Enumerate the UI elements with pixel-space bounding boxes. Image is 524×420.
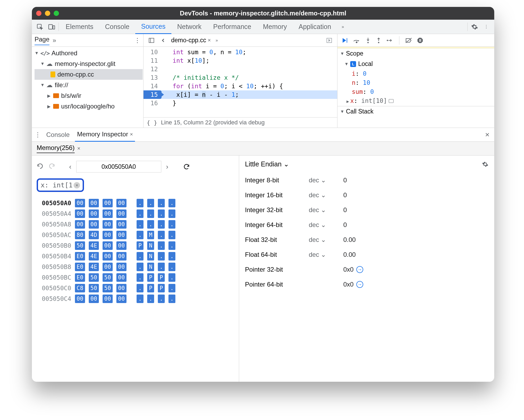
format-select[interactable]: dec ⌄	[309, 206, 343, 214]
format-select[interactable]: dec ⌄	[309, 221, 343, 229]
inspect-element-icon[interactable]	[34, 21, 46, 33]
callstack-section-header[interactable]: ▼Call Stack	[337, 106, 494, 117]
resume-button-icon[interactable]	[341, 37, 348, 44]
run-snippet-icon[interactable]	[323, 35, 335, 46]
code-line[interactable]: 13 /* initialize x */	[143, 73, 337, 82]
hex-row[interactable]: 005050A800000000....	[37, 220, 234, 229]
format-select[interactable]: dec ⌄	[309, 236, 343, 243]
scope-variable[interactable]: n: 10	[352, 78, 494, 87]
hex-row[interactable]: 005050BCE0505000.PP.	[37, 273, 234, 282]
object-highlight-chip[interactable]: x: int[1×	[37, 178, 84, 192]
hex-row[interactable]: 005050B8E04E0000.N..	[37, 263, 234, 271]
memory-buffer-tab[interactable]: Memory(256)	[37, 144, 75, 153]
history-back-icon[interactable]	[37, 163, 44, 170]
chevron-down-icon: ⌄	[284, 160, 289, 168]
close-tab-icon[interactable]: ×	[208, 37, 211, 43]
step-out-icon[interactable]	[376, 37, 382, 44]
drawer-tab-console[interactable]: Console	[44, 128, 72, 142]
code-line[interactable]: 11 int x[10];	[143, 56, 337, 65]
tab-sources[interactable]: Sources	[135, 20, 171, 34]
format-select[interactable]: dec ⌄	[309, 177, 343, 184]
format-select[interactable]: dec ⌄	[309, 191, 343, 199]
history-forward-icon[interactable]	[48, 163, 55, 170]
chevron-down-icon: ⌄	[321, 177, 326, 184]
reveal-in-memory-icon[interactable]	[389, 99, 394, 103]
chevron-down-icon: ⌄	[321, 251, 326, 258]
chevron-down-icon: ⌄	[321, 236, 326, 243]
code-line[interactable]: 12	[143, 65, 337, 73]
tab-performance[interactable]: Performance	[207, 20, 257, 34]
tree-folder-1[interactable]: ▶b/s/w/ir	[35, 90, 143, 101]
close-drawer-tab-icon[interactable]: ×	[130, 131, 133, 137]
endianness-select[interactable]: Little Endian ⌄	[245, 160, 289, 168]
chevron-down-icon: ⌄	[321, 221, 326, 229]
more-editor-tabs-icon[interactable]: »	[213, 38, 221, 43]
hex-row[interactable]: 005050B4E04E0000.N..	[37, 252, 234, 261]
pretty-print-icon[interactable]: { }	[147, 119, 157, 126]
toggle-navigator-icon[interactable]	[146, 35, 157, 46]
tab-application[interactable]: Application	[293, 20, 337, 34]
deactivate-breakpoints-icon[interactable]	[405, 37, 412, 43]
editor-pane: demo-cpp.cc× » 10 int sum = 0, n = 10;11…	[143, 34, 337, 128]
navigator-menu-icon[interactable]: ⋮	[134, 37, 141, 44]
hex-row[interactable]: 005050AC804D0000.M..	[37, 231, 234, 239]
hex-row[interactable]: 005050A000000000....	[37, 199, 234, 207]
step-into-icon[interactable]	[365, 37, 371, 44]
code-line[interactable]: 16 }	[143, 99, 337, 107]
tree-host[interactable]: ▼memory-inspector.glit	[35, 58, 143, 69]
code-line[interactable]: 14 for (int i = 0; i < 10; ++i) {	[143, 82, 337, 90]
step-over-icon[interactable]	[353, 37, 360, 43]
more-tabs-icon[interactable]: »	[337, 21, 349, 33]
svg-point-7	[356, 42, 357, 43]
kebab-menu-icon[interactable]: ⋮	[480, 21, 492, 33]
tree-authored[interactable]: ▼Authored	[35, 48, 143, 58]
scope-variable[interactable]: ▶x: int[10]	[352, 96, 494, 106]
code-line[interactable]: 15 x[i] = n - i - 1;	[143, 90, 337, 99]
scope-variable[interactable]: sum: 0	[352, 87, 494, 96]
close-drawer-icon[interactable]: ×	[483, 131, 492, 139]
more-navigator-tabs-icon[interactable]: »	[53, 37, 56, 44]
value-row: Pointer 32-bit0x0→	[245, 262, 488, 277]
scope-variable[interactable]: i: 0	[352, 69, 494, 78]
jump-to-address-icon[interactable]: →	[356, 266, 363, 273]
value-row: Pointer 64-bit0x0→	[245, 277, 488, 292]
navigator-tab-page[interactable]: Page	[35, 36, 49, 45]
page-prev-icon[interactable]: ‹	[69, 163, 71, 171]
hex-row[interactable]: 005050A400000000....	[37, 209, 234, 218]
tree-file-selected[interactable]: demo-cpp.cc	[35, 69, 143, 80]
jump-to-address-icon[interactable]: →	[356, 281, 363, 288]
code-line[interactable]: 10 int sum = 0, n = 10;	[143, 48, 337, 56]
pause-on-exceptions-icon[interactable]	[417, 37, 423, 44]
value-row: Float 64-bitdec ⌄0.00	[245, 247, 488, 262]
close-memory-tab-icon[interactable]: ×	[77, 145, 81, 152]
settings-gear-icon[interactable]	[469, 21, 480, 33]
hex-row[interactable]: 005050C0C8505000.PP.	[37, 284, 234, 292]
remove-chip-icon[interactable]: ×	[74, 182, 80, 188]
tab-elements[interactable]: Elements	[60, 20, 99, 34]
tree-folder-2[interactable]: ▶usr/local/google/ho	[35, 101, 143, 112]
tab-memory[interactable]: Memory	[257, 20, 293, 34]
tree-fileproto[interactable]: ▼file://	[35, 80, 143, 90]
page-next-icon[interactable]: ›	[166, 163, 168, 171]
scope-section-header[interactable]: ▼Scope	[337, 48, 494, 59]
editor-tab[interactable]: demo-cpp.cc×	[169, 37, 213, 44]
svg-rect-3	[149, 38, 154, 43]
svg-rect-12	[419, 39, 420, 42]
value-settings-gear-icon[interactable]	[482, 161, 488, 167]
drawer-menu-icon[interactable]: ⋮	[35, 131, 41, 138]
prev-file-icon[interactable]	[157, 35, 169, 46]
tab-network[interactable]: Network	[171, 20, 208, 34]
drawer-tab-memory-inspector[interactable]: Memory Inspector ×	[75, 128, 135, 142]
refresh-icon[interactable]	[183, 163, 190, 170]
device-toolbar-icon[interactable]	[46, 21, 57, 33]
address-input[interactable]	[76, 161, 161, 173]
step-icon[interactable]	[386, 37, 393, 43]
navigator-pane: Page » ⋮ ▼Authored ▼memory-inspector.gli…	[32, 34, 143, 128]
tab-console[interactable]: Console	[99, 20, 135, 34]
hex-row[interactable]: 005050B0504E0000PN..	[37, 241, 234, 250]
format-select[interactable]: dec ⌄	[309, 251, 343, 258]
editor-status-bar: { } Line 15, Column 22 (provided via deb…	[143, 117, 337, 128]
hex-row[interactable]: 005050C400000000....	[37, 295, 234, 303]
scope-local-header[interactable]: ▼LLocal	[337, 59, 494, 69]
drawer: ⋮ Console Memory Inspector × × Memory(25…	[32, 128, 494, 382]
